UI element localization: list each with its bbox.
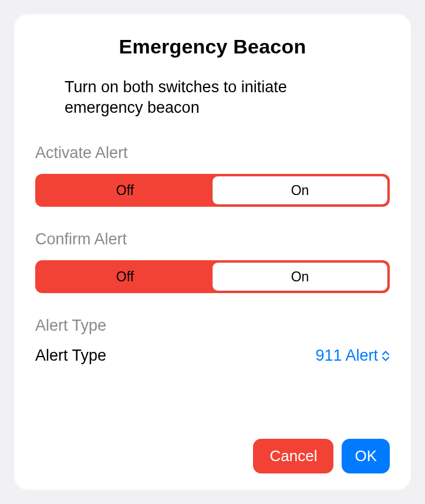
confirm-alert-off[interactable]: Off (38, 263, 212, 291)
alert-type-value: 911 Alert (315, 347, 378, 365)
activate-alert-on[interactable]: On (212, 176, 387, 204)
modal-title: Emergency Beacon (35, 35, 390, 58)
chevron-up-down-icon (382, 350, 390, 362)
confirm-alert-section: Confirm Alert Off On (35, 230, 390, 317)
alert-type-section: Alert Type Alert Type 911 Alert (35, 317, 390, 386)
activate-alert-toggle[interactable]: Off On (35, 174, 390, 207)
confirm-alert-on[interactable]: On (212, 263, 387, 291)
modal-subtitle: Turn on both switches to initiate emerge… (35, 77, 390, 118)
alert-type-label: Alert Type (35, 347, 106, 365)
activate-alert-label: Activate Alert (35, 144, 390, 162)
button-row: Cancel OK (35, 439, 390, 473)
confirm-alert-label: Confirm Alert (35, 230, 390, 248)
alert-type-picker-row[interactable]: Alert Type 911 Alert (35, 347, 390, 365)
cancel-button[interactable]: Cancel (253, 439, 333, 473)
emergency-beacon-modal: Emergency Beacon Turn on both switches t… (14, 14, 411, 490)
alert-type-value-button[interactable]: 911 Alert (315, 347, 390, 365)
activate-alert-off[interactable]: Off (38, 176, 212, 204)
activate-alert-section: Activate Alert Off On (35, 144, 390, 230)
ok-button[interactable]: OK (342, 439, 390, 473)
alert-type-section-label: Alert Type (35, 317, 390, 335)
confirm-alert-toggle[interactable]: Off On (35, 260, 390, 293)
